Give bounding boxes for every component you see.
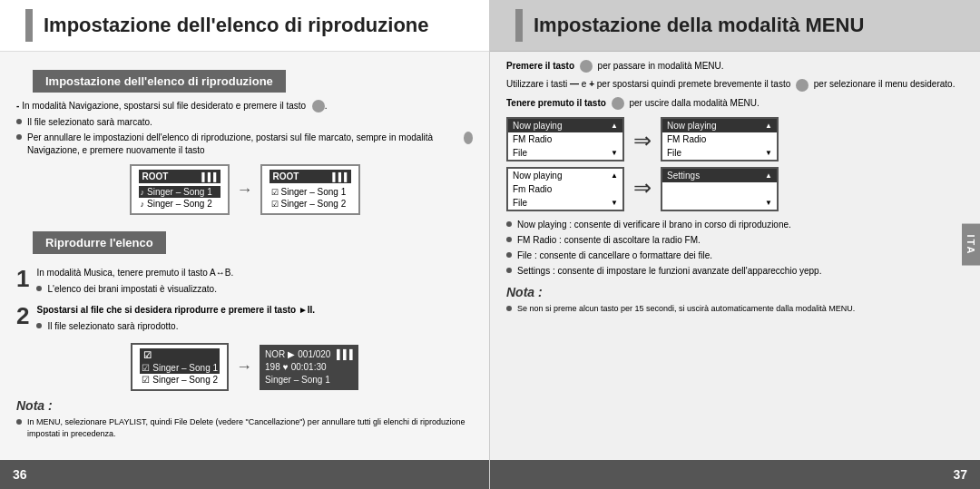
menu-box1: Now playing ▲ FM Radio File ▼	[506, 117, 624, 161]
right-main-title: Impostazione della modalità MENU	[490, 0, 980, 52]
arrows-col: ⇒ ⇒	[633, 128, 652, 200]
song1-selected: ♪ Singer – Song 1	[139, 186, 220, 198]
step1-number: 1	[16, 267, 29, 290]
singer-box: ☑ ☑ Singer – Song 1 ☑ Singer – Song 2	[131, 343, 229, 391]
bullet2: Per annullare le impostazioni dell'elenc…	[16, 132, 473, 157]
tri-up1: ▲	[611, 122, 618, 130]
pb-num2: 198	[265, 361, 280, 374]
nota-text-right: Se non si preme alcun tasto per 15 secon…	[506, 303, 964, 315]
root-diagram: ROOT ▐▐▐ ♪ Singer – Song 1 ♪ Singer – So…	[16, 164, 473, 215]
file-row2: File ▼	[508, 196, 622, 210]
page-number-right: 37	[490, 460, 980, 489]
arrow-icon: →	[237, 181, 253, 200]
big-arrow2: ⇒	[633, 175, 652, 200]
root-box-right: ROOT ▐▐▐ ☑ Singer – Song 1 ☑ Singer – So…	[260, 164, 360, 215]
step1-bullet: L'elenco dei brani impostati è visualizz…	[36, 283, 473, 296]
music-icon: ♪	[141, 188, 145, 197]
singer-header: ☑	[140, 348, 220, 362]
bullet-np: Now playing : consente di verificare il …	[506, 219, 964, 231]
bullet-dot-settings	[506, 268, 512, 273]
tri-up4: ▲	[765, 171, 772, 180]
bullet-dot5	[16, 419, 22, 425]
bullet1: Il file selezionato sarà marcato.	[16, 116, 473, 129]
music-icon2: ♪	[141, 200, 145, 209]
play-icon: ▶	[288, 348, 295, 361]
bullet-dot-nota	[506, 306, 512, 311]
file-row3: File ▼	[662, 146, 777, 160]
pb-row3: Singer – Song 1	[265, 374, 353, 386]
button-icon	[312, 100, 325, 112]
bullet-dot-fm	[506, 237, 512, 242]
fm-radio-row2: Fm Radio	[508, 182, 622, 196]
bullet-dot2	[16, 134, 22, 140]
nota-text-left: In MENU, selezionare PLAYLIST, quindi Fi…	[16, 416, 473, 439]
empty-row	[662, 182, 777, 196]
menu-button-icon	[580, 60, 593, 73]
page-left: Impostazione dell'elenco di riproduzione…	[0, 0, 490, 489]
music-icon3: ☑	[271, 188, 279, 197]
nota-title-right: Nota :	[506, 285, 964, 299]
music-icon4: ☑	[271, 200, 279, 209]
bullet-fm: FM Radio : consente di ascoltare la radi…	[506, 234, 964, 247]
exit-button-icon	[612, 97, 624, 110]
file-row: File ▼	[508, 146, 622, 160]
ita-tab: ITA	[962, 223, 980, 266]
nota-title-left: Nota :	[16, 398, 473, 413]
section1-title: Impostazione dell'elenco di riproduzione	[33, 70, 286, 93]
root-box-left: ROOT ▐▐▐ ♪ Singer – Song 1 ♪ Singer – So…	[130, 164, 230, 215]
step1-area: 1 In modalità Musica, tenere premuto il …	[16, 267, 473, 298]
step2-text: Spostarsi al file che si desidera riprod…	[36, 304, 473, 317]
step1-content: In modalità Musica, tenere premuto il ta…	[36, 267, 473, 298]
singer-playback-diagram: ☑ ☑ Singer – Song 1 ☑ Singer – Song 2 →	[16, 343, 473, 391]
left-content: Impostazione dell'elenco di riproduzione…	[0, 0, 489, 489]
pb-row2: 198 ♥ 00:01:30	[265, 361, 353, 374]
settings-row: Settings ▲	[662, 169, 777, 182]
instruction1: - In modalità Navigazione, spostarsi sul…	[16, 100, 473, 112]
menu-boxes-area: Now playing ▲ FM Radio File ▼	[506, 117, 964, 211]
bullet-file: File : consente di cancellare o formatta…	[506, 249, 964, 262]
step1-text: In modalità Musica, tenere premuto il ta…	[36, 267, 473, 279]
menu-box3: Now playing ▲ FM Radio File ▼	[661, 117, 779, 161]
section2-title: Riprodurre l'elenco	[33, 231, 166, 254]
button-icon2	[464, 132, 473, 144]
battery-icon2: ▐▐▐	[329, 172, 347, 181]
bullet-settings: Settings : consente di impostare le funz…	[506, 265, 964, 278]
singer-icon1: ☑	[142, 363, 150, 373]
now-playing-row3: Now playing ▲	[662, 119, 777, 132]
song2-item: ♪ Singer – Song 2	[139, 198, 220, 210]
menu-box4: Settings ▲ ▼	[661, 167, 779, 211]
pb-row1: NOR ▶ 001/020 ▐▐▐	[265, 348, 353, 361]
bullet-dot-np	[506, 221, 512, 227]
menu-col2: Now playing ▲ FM Radio File ▼	[661, 117, 779, 211]
fm-radio-row3: FM Radio	[662, 132, 777, 146]
right-content: Impostazione della modalità MENU Premere…	[490, 0, 980, 489]
tri-down2: ▼	[611, 199, 618, 207]
root-header-right: ROOT ▐▐▐	[270, 170, 351, 183]
section2-body: 1 In modalità Musica, tenere premuto il …	[0, 267, 489, 439]
singer-icon2: ☑	[142, 375, 150, 385]
step2-content: Spostarsi al file che si desidera riprod…	[36, 304, 473, 336]
instr-row1: Premere il tasto per passare in modalità…	[506, 59, 964, 73]
singer-header-label: ☑	[143, 350, 152, 360]
playback-box: NOR ▶ 001/020 ▐▐▐ 198 ♥ 00:01:30 Singer …	[260, 345, 358, 390]
tri-down4: ▼	[765, 199, 772, 207]
bullet-dot3	[36, 286, 42, 291]
step2-area: 2 Spostarsi al file che si desidera ripr…	[16, 304, 473, 336]
settings-down-row: ▼	[662, 196, 777, 210]
menu-col1: Now playing ▲ FM Radio File ▼	[506, 117, 624, 211]
song1-item-r: ☑ Singer – Song 1	[270, 186, 351, 198]
singer-item2: ☑ Singer – Song 2	[140, 374, 220, 386]
tri-up2: ▲	[611, 171, 618, 180]
bullet-dot	[16, 119, 22, 124]
bullet-dot4	[36, 323, 42, 328]
now-playing-row: Now playing ▲	[508, 119, 622, 132]
right-body: Premere il tasto per passare in modalità…	[490, 52, 980, 325]
step2-bullet: Il file selezionato sarà riprodotto.	[36, 320, 473, 333]
page-number-left: 36	[0, 460, 489, 489]
tri-down3: ▼	[765, 149, 772, 157]
singer-item1: ☑ Singer – Song 1	[140, 362, 220, 374]
page-right: Impostazione della modalità MENU Premere…	[490, 0, 980, 489]
song2-item-r: ☑ Singer – Song 2	[270, 198, 351, 210]
instr-row2: Utilizzare i tasti — e + per spostarsi q…	[506, 77, 964, 91]
step2-number: 2	[16, 304, 29, 328]
